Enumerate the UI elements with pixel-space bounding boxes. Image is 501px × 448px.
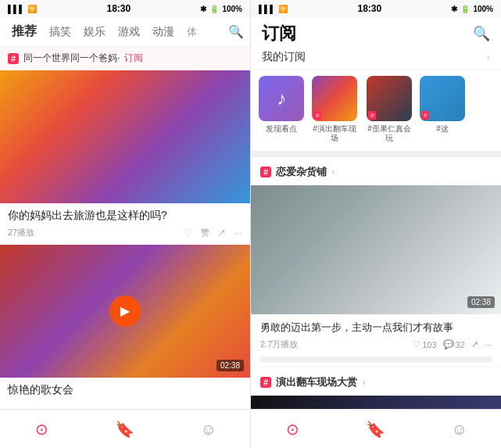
battery-pct: 100% xyxy=(222,5,242,13)
duration-overlay-ch1: 02:38 xyxy=(467,296,495,308)
bottom-tab-home[interactable]: ⊙ xyxy=(18,421,65,437)
channel-arrow-1: › xyxy=(331,167,335,177)
bottom-bar-right: ⊙ 🔖 ☺ xyxy=(251,409,501,448)
banner-strip[interactable]: # 同一个世界同一个爸妈· 订阅 xyxy=(0,47,250,70)
video-meta-1: 27播放 ♡ 赞 ↗ ··· xyxy=(8,227,242,243)
sub-hashtag-4: # xyxy=(421,111,429,120)
tab-funny[interactable]: 搞笑 xyxy=(44,22,77,42)
channel-section-2: # 演出翻车现场大赏 › ▶ ● xyxy=(251,367,501,409)
search-icon-right[interactable]: 🔍 xyxy=(473,25,490,42)
bluetooth-icon: ✱ xyxy=(200,5,206,13)
meta-right-1: ♡ 赞 ↗ ··· xyxy=(184,227,242,238)
sub-item-1[interactable]: ♪ 发现看点 xyxy=(259,76,304,143)
video-meta-channel1: 2.7万播放 ♡ 103 💬 32 ↗ xyxy=(260,339,492,363)
right-panel: ▌▌▌ 🛜 18:30 ✱ 🔋 100% 订阅 🔍 我的订阅 › ♪ xyxy=(251,0,501,448)
status-right-icons: ✱ 🔋 100% xyxy=(200,5,242,13)
share-group-ch1[interactable]: ↗ xyxy=(471,339,478,349)
more-group-ch1[interactable]: ··· xyxy=(485,339,492,349)
bottom-tab-face-right[interactable]: ☺ xyxy=(436,421,483,437)
like-group-ch1[interactable]: ♡ 103 xyxy=(413,339,436,349)
channel-header-2[interactable]: # 演出翻车现场大赏 › xyxy=(251,367,501,396)
sub-label-2: #演出翻车现场 xyxy=(310,124,359,143)
subscription-scroll[interactable]: ♪ 发现看点 # #演出翻车现场 # #歪果仁真会玩 # #这 xyxy=(251,70,501,157)
home-icon: ⊙ xyxy=(35,421,48,437)
sub-hashtag-3: # xyxy=(368,111,376,120)
sub-item-2[interactable]: # #演出翻车现场 xyxy=(310,76,359,143)
sub-item-3[interactable]: # #歪果仁真会玩 xyxy=(365,76,413,143)
channel-name-1: 恋爱杂货铺 xyxy=(276,165,327,179)
more-icon-1[interactable]: ··· xyxy=(234,227,242,238)
video-info-channel1: 勇敢的迈出第一步，主动一点我们才有故事 2.7万播放 ♡ 103 💬 32 xyxy=(251,314,501,366)
bottom-tab-bookmark[interactable]: 🔖 xyxy=(102,421,149,437)
status-left-icons: ▌▌▌ 🛜 xyxy=(8,5,37,13)
left-content: # 同一个世界同一个爸妈· 订阅 你的妈妈出去旅游也是这样的吗? 27播放 ♡ … xyxy=(0,47,250,409)
sub-label-4: #这 xyxy=(436,124,449,134)
channel-arrow-2: › xyxy=(362,377,365,388)
comment-group-ch1[interactable]: 💬 32 xyxy=(443,339,465,349)
status-right-right-icons: ✱ 🔋 100% xyxy=(451,5,493,13)
bottom-tab-face[interactable]: ☺ xyxy=(185,421,232,437)
comment-count-ch1: 32 xyxy=(456,340,465,349)
duration-2: 02:38 xyxy=(220,361,240,370)
tab-body[interactable]: 体 xyxy=(181,22,202,42)
share-icon-1[interactable]: ↗ xyxy=(217,227,226,238)
video-thumb-channel1: 02:38 xyxy=(251,185,501,314)
like-count-ch1: 103 xyxy=(422,340,436,349)
wifi-icon-right: 🛜 xyxy=(278,5,288,13)
video-card-1[interactable]: 你的妈妈出去旅游也是这样的吗? 27播放 ♡ 赞 ↗ ··· xyxy=(0,70,250,245)
sub-hashtag-2: # xyxy=(313,111,321,120)
video-card-2[interactable]: ▶ 02:38 惊艳的歌女会 xyxy=(0,245,250,403)
comment-icon-ch1: 💬 xyxy=(443,339,454,349)
my-subscription-label: 我的订阅 xyxy=(262,50,306,64)
bluetooth-icon-right: ✱ xyxy=(451,5,457,13)
banner-text: 同一个世界同一个爸妈· xyxy=(23,52,120,65)
banner-link[interactable]: 订阅 xyxy=(124,52,143,65)
tab-games[interactable]: 游戏 xyxy=(113,22,145,42)
bottom-tab-bookmark-right[interactable]: 🔖 xyxy=(352,421,399,437)
tab-recommend[interactable]: 推荐 xyxy=(6,20,42,43)
tab-anime[interactable]: 动漫 xyxy=(147,22,180,42)
play-count-1: 27播放 xyxy=(8,227,34,238)
signal-icon: ▌▌▌ xyxy=(8,5,24,13)
bottom-bar-left: ⊙ 🔖 ☺ xyxy=(0,409,250,448)
sub-label-3: #歪果仁真会玩 xyxy=(365,124,413,143)
plays-ch1: 2.7万播放 xyxy=(260,339,298,350)
time-right: 18:30 xyxy=(357,3,381,14)
sub-avatar-2: # xyxy=(312,76,357,121)
my-subscription-row[interactable]: 我的订阅 › xyxy=(251,45,501,70)
video-info-1: 你的妈妈出去旅游也是这样的吗? 27播放 ♡ 赞 ↗ ··· xyxy=(0,203,250,245)
sub-avatar-4: # xyxy=(420,76,465,121)
video-info-2: 惊艳的歌女会 xyxy=(0,378,250,403)
battery-icon: 🔋 xyxy=(209,5,219,13)
bookmark-icon-right: 🔖 xyxy=(366,421,385,437)
battery-icon-right: 🔋 xyxy=(460,5,470,13)
meta-actions-ch1: ♡ 103 💬 32 ↗ ··· xyxy=(413,339,492,349)
like-icon-1[interactable]: ♡ xyxy=(184,227,193,238)
share-icon-ch1: ↗ xyxy=(471,339,478,349)
video-thumb-channel2: ▶ ● xyxy=(251,396,501,409)
tab-entertainment[interactable]: 娱乐 xyxy=(78,22,111,42)
video-thumb-2: ▶ 02:38 xyxy=(0,245,250,378)
sub-avatar-1: ♪ xyxy=(259,76,304,121)
sub-label-1: 发现看点 xyxy=(266,124,297,134)
page-title: 订阅 xyxy=(262,22,296,45)
meta-left-1: 27播放 xyxy=(8,227,34,238)
channel-tag-2: # xyxy=(260,377,271,388)
channel-tag-1: # xyxy=(260,167,271,177)
right-content: 订阅 🔍 我的订阅 › ♪ 发现看点 # #演出翻车现场 xyxy=(251,17,501,409)
face-icon: ☺ xyxy=(200,421,216,437)
banner-hashtag: # xyxy=(8,53,19,64)
channel-header-1[interactable]: # 恋爱杂货铺 › xyxy=(251,157,501,185)
search-icon[interactable]: 🔍 xyxy=(228,24,244,39)
music-icon: ♪ xyxy=(277,88,286,109)
face-icon-right: ☺ xyxy=(451,421,467,437)
bookmark-icon: 🔖 xyxy=(115,421,134,437)
sub-item-4[interactable]: # #这 xyxy=(420,76,465,143)
like-label-1: 赞 xyxy=(201,227,209,238)
play-button-2[interactable]: ▶ xyxy=(109,296,141,327)
nav-tabs-left: 推荐 搞笑 娱乐 游戏 动漫 体 🔍 xyxy=(0,17,250,47)
duration-overlay-2: 02:38 xyxy=(217,360,244,371)
left-panel: ▌▌▌ 🛜 18:30 ✱ 🔋 100% 推荐 搞笑 娱乐 游戏 动漫 体 🔍 … xyxy=(0,0,250,448)
bottom-tab-home-right[interactable]: ⊙ xyxy=(269,421,316,437)
status-right-left-icons: ▌▌▌ 🛜 xyxy=(259,5,288,13)
